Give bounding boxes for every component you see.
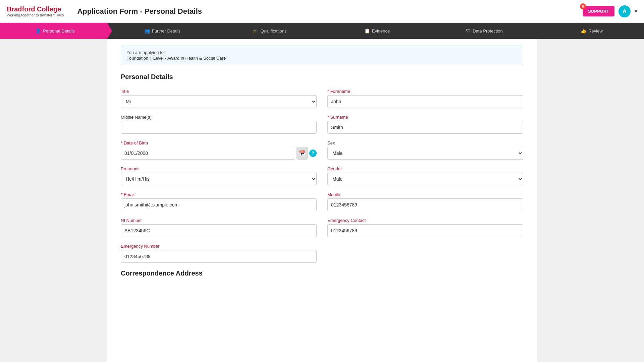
middle-names-input[interactable] (121, 121, 317, 134)
nav-step-evidence[interactable]: 📋 Evidence (322, 23, 429, 39)
applying-for-label: You are applying for: (126, 50, 518, 55)
qualifications-icon: 🎓 (253, 28, 258, 34)
user-avatar-button[interactable]: A (619, 5, 631, 17)
ni-number-label: NI Number (121, 218, 317, 223)
sex-label: Sex (327, 140, 523, 145)
title-select[interactable]: Mr Mrs Miss Ms Dr Prof (121, 95, 317, 108)
personal-details-icon: 👤 (35, 28, 41, 34)
nav-step-review-label: Review (588, 28, 603, 34)
gender-label: Gender (327, 166, 523, 171)
mobile-label: Mobile (327, 192, 523, 197)
form-row-middlename-surname: Middle Name(s) Surname (121, 115, 523, 134)
form-row-emergency-number: Emergency Number (121, 244, 523, 263)
email-input[interactable] (121, 198, 317, 211)
forename-label: Forename (327, 89, 523, 94)
form-group-sex: Sex Male Female Other Prefer not to say (327, 140, 523, 160)
form-group-title: Title Mr Mrs Miss Ms Dr Prof (121, 89, 317, 108)
dob-input[interactable] (121, 147, 295, 160)
nav-step-data-protection-label: Data Protection (473, 28, 503, 34)
progress-nav: 👤 Personal Details 👥 Further Details 🎓 Q… (0, 23, 644, 39)
form-group-forename: Forename (327, 89, 523, 108)
dob-input-wrapper: 📅 ? (121, 147, 317, 160)
form-group-emergency-contact: Emergency Contact (327, 218, 523, 237)
title-label: Title (121, 89, 317, 94)
emergency-number-label: Emergency Number (121, 244, 317, 249)
form-group-pronouns: Pronouns He/Him/His She/Her/Hers They/Th… (121, 166, 317, 185)
personal-details-heading: Personal Details (121, 73, 523, 81)
surname-input[interactable] (327, 121, 523, 134)
form-row-ni-emergency-contact: NI Number Emergency Contact (121, 218, 523, 237)
form-group-dob: Date of Birth 📅 ? (121, 140, 317, 160)
page-title: Application Form - Personal Details (77, 7, 202, 16)
page-header: Bradford College Working together to tra… (0, 0, 644, 23)
form-row-dob-sex: Date of Birth 📅 ? Sex Male Female Other … (121, 140, 523, 160)
applying-for-course: Foundation T Level - Award in Health & S… (126, 56, 518, 61)
form-row-title-forename: Title Mr Mrs Miss Ms Dr Prof Forename (121, 89, 523, 108)
pronouns-select[interactable]: He/Him/His She/Her/Hers They/Them/Theirs… (121, 173, 317, 185)
nav-step-further-details[interactable]: 👥 Further Details (107, 23, 215, 39)
form-group-middle-names: Middle Name(s) (121, 115, 317, 134)
logo-brand: Bradford (7, 5, 35, 13)
logo: Bradford College Working together to tra… (7, 5, 64, 17)
sex-select[interactable]: Male Female Other Prefer not to say (327, 147, 523, 160)
logo-suffix: College (35, 5, 61, 13)
emergency-contact-label: Emergency Contact (327, 218, 523, 223)
nav-step-evidence-label: Evidence (372, 28, 390, 34)
form-row-email-mobile: Email Mobile (121, 192, 523, 211)
form-group-mobile: Mobile (327, 192, 523, 211)
form-row-pronouns-gender: Pronouns He/Him/His She/Her/Hers They/Th… (121, 166, 523, 185)
avatar-dropdown-button[interactable]: ▾ (635, 8, 637, 14)
form-group-ni-number: NI Number (121, 218, 317, 237)
nav-step-review[interactable]: 👍 Review (537, 23, 644, 39)
form-group-surname: Surname (327, 115, 523, 134)
further-details-icon: 👥 (144, 28, 150, 34)
form-group-email: Email (121, 192, 317, 211)
emergency-contact-input[interactable] (327, 224, 523, 237)
forename-input[interactable] (327, 95, 523, 108)
logo-subtitle: Working together to transform lives (7, 13, 64, 17)
email-label: Email (121, 192, 317, 197)
calendar-button[interactable]: 📅 (297, 147, 308, 160)
ni-number-input[interactable] (121, 224, 317, 237)
logo-text: Bradford College (7, 5, 64, 13)
data-protection-icon: 🛡 (466, 28, 471, 34)
dob-help-icon[interactable]: ? (309, 149, 317, 157)
correspondence-address-heading: Correspondence Address (121, 269, 523, 277)
support-button[interactable]: 0 SUPPORT (583, 6, 614, 16)
evidence-icon: 📋 (364, 28, 370, 34)
emergency-number-input[interactable] (121, 250, 317, 263)
header-actions: 0 SUPPORT A ▾ (583, 5, 637, 17)
nav-step-qualifications-label: Qualifications (260, 28, 286, 34)
nav-step-personal-details[interactable]: 👤 Personal Details (0, 23, 107, 39)
pronouns-label: Pronouns (121, 166, 317, 171)
middle-names-label: Middle Name(s) (121, 115, 317, 120)
main-content: You are applying for: Foundation T Level… (107, 39, 537, 362)
gender-select[interactable]: Male Female Non-binary Other Prefer not … (327, 173, 523, 185)
nav-step-personal-details-label: Personal Details (43, 28, 75, 34)
nav-step-further-details-label: Further Details (152, 28, 180, 34)
support-badge: 0 (580, 3, 586, 9)
surname-label: Surname (327, 115, 523, 120)
applying-for-banner: You are applying for: Foundation T Level… (121, 46, 523, 65)
dob-label: Date of Birth (121, 140, 317, 145)
form-group-placeholder-right (327, 244, 523, 263)
review-icon: 👍 (581, 28, 586, 34)
form-group-gender: Gender Male Female Non-binary Other Pref… (327, 166, 523, 185)
form-group-emergency-number: Emergency Number (121, 244, 317, 263)
nav-step-qualifications[interactable]: 🎓 Qualifications (215, 23, 322, 39)
mobile-input[interactable] (327, 198, 523, 211)
support-label: SUPPORT (588, 9, 609, 14)
nav-step-data-protection[interactable]: 🛡 Data Protection (429, 23, 537, 39)
